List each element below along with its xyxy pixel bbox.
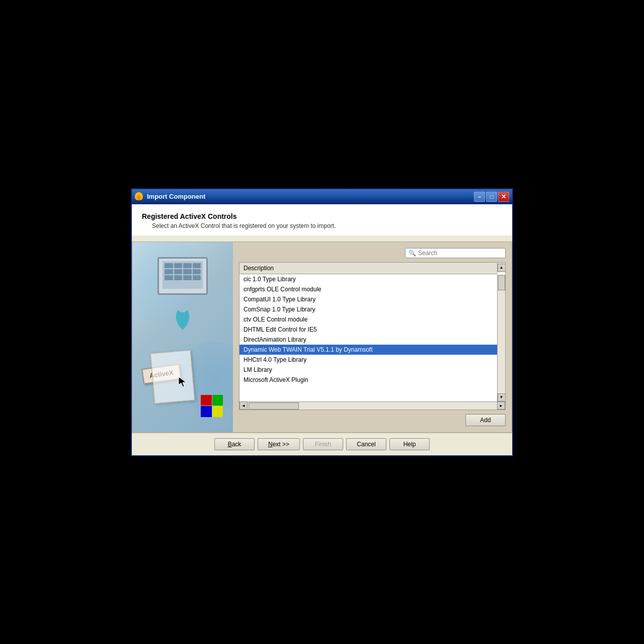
scroll-track[interactable] (498, 274, 505, 393)
list-item[interactable]: ctv OLE Control module (239, 314, 497, 325)
colorbox-blue (201, 406, 212, 417)
colorbox-yellow (212, 406, 223, 417)
scroll-up-btn[interactable]: ▲ (497, 263, 505, 273)
scroll-h-track[interactable] (248, 402, 497, 410)
back-button[interactable]: Back (214, 438, 255, 450)
next-button[interactable]: Next >> (258, 438, 300, 450)
list-body-wrapper: cic 1.0 Type Librarycnfgprts OLE Control… (239, 274, 505, 401)
help-button[interactable]: Help (389, 438, 430, 450)
window-title: Import Component (147, 193, 474, 200)
scroll-down-arrow[interactable]: ▼ (498, 393, 506, 401)
screen-cell (165, 269, 173, 274)
list-item[interactable]: DHTML Edit Control for IE5 (239, 325, 497, 335)
screen-cell (174, 269, 183, 274)
screen-cell (193, 263, 201, 268)
cursor-icon (178, 376, 188, 389)
minimize-button[interactable]: – (474, 192, 485, 202)
search-icon: 🔍 (409, 250, 416, 257)
list-item[interactable]: ComSnap 1.0 Type Library (239, 304, 497, 314)
monitor-illustration (157, 257, 208, 305)
title-bar: Import Component – □ ✕ (132, 189, 512, 204)
add-button-row: Add (239, 414, 506, 426)
section-description: Select an ActiveX Control that is regist… (152, 222, 502, 229)
screen-cell (193, 269, 201, 274)
search-container: 🔍 (239, 248, 506, 258)
maximize-button[interactable]: □ (486, 192, 497, 202)
cancel-button[interactable]: Cancel (346, 438, 386, 450)
illustration-panel: ActiveX (132, 242, 233, 432)
window-controls: – □ ✕ (474, 192, 509, 202)
list-item[interactable]: Microsoft ActiveX Plugin (239, 375, 497, 385)
screen-cell (165, 275, 173, 280)
list-item[interactable]: HHCtrl 4.0 Type Library (239, 355, 497, 365)
colorbox-green (212, 395, 223, 406)
footer-buttons: Back Next >> Finish Cancel Help (132, 433, 512, 455)
search-input-wrap: 🔍 (405, 248, 506, 258)
list-item[interactable]: CompatUI 1.0 Type Library (239, 294, 497, 304)
scroll-h-thumb[interactable] (249, 403, 299, 410)
card-illustration (150, 350, 195, 404)
app-icon (135, 192, 144, 201)
arrow-illustration (170, 307, 195, 334)
screen-cell (183, 275, 192, 280)
add-button[interactable]: Add (465, 414, 506, 426)
activex-list: Description ▲ cic 1.0 Type Librarycnfgpr… (239, 262, 506, 410)
colorbox-red (201, 395, 212, 406)
screen-cell (174, 263, 183, 268)
screen-cell (193, 275, 201, 280)
screen-cell (165, 263, 173, 268)
screen-cell (174, 275, 183, 280)
list-header-row: Description ▲ (239, 263, 505, 274)
list-item[interactable]: LM Library (239, 365, 497, 375)
colorbox-illustration (201, 395, 223, 417)
scroll-left-arrow[interactable]: ◄ (239, 401, 248, 410)
list-item[interactable]: DirectAnimation Library (239, 335, 497, 345)
section-title: Registered ActiveX Controls (142, 212, 502, 220)
monitor-screen (163, 261, 203, 289)
window-header: Registered ActiveX Controls Select an Ac… (132, 204, 512, 235)
scroll-up-arrow[interactable]: ▲ (498, 264, 506, 272)
vertical-scrollbar[interactable]: ▼ (497, 274, 505, 401)
list-item[interactable]: cnfgprts OLE Control module (239, 284, 497, 294)
right-panel: 🔍 Description ▲ cic 1.0 Type Libr (233, 242, 512, 432)
list-item[interactable]: Dynamic Web TWAIN Trial V5.1.1 by Dynams… (239, 345, 497, 355)
search-input[interactable] (418, 250, 502, 257)
import-component-dialog: Import Component – □ ✕ Registered Active… (131, 188, 513, 456)
screen-cell (183, 269, 192, 274)
list-column-header: Description (239, 263, 497, 274)
monitor-body (157, 257, 208, 295)
finish-button[interactable]: Finish (303, 438, 343, 450)
main-area: ActiveX 🔍 (132, 242, 512, 433)
list-items-container: cic 1.0 Type Librarycnfgprts OLE Control… (239, 274, 497, 401)
horizontal-scrollbar[interactable]: ◄ ► (239, 401, 505, 410)
screen-cell (183, 263, 192, 268)
scroll-thumb[interactable] (498, 275, 505, 290)
close-button[interactable]: ✕ (498, 192, 509, 202)
scroll-right-arrow[interactable]: ► (497, 401, 505, 410)
list-item[interactable]: cic 1.0 Type Library (239, 274, 497, 284)
